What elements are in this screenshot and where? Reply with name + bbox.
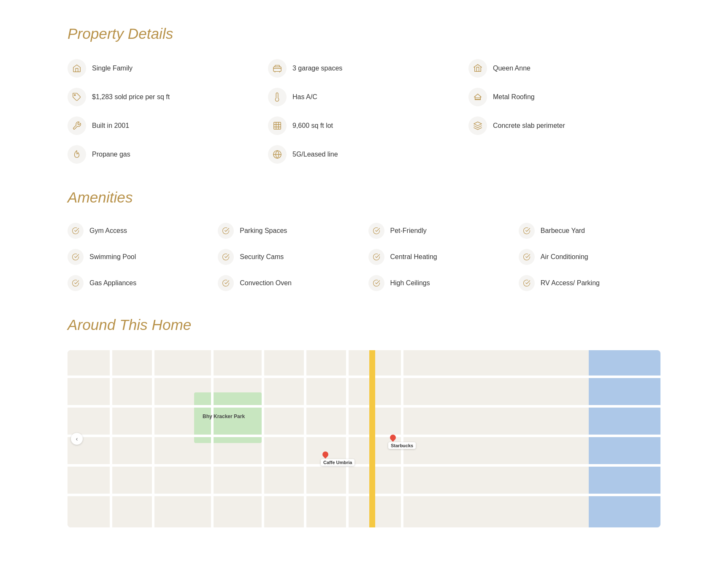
map-road-v3 [211, 350, 214, 527]
map-road-v1 [110, 350, 112, 527]
amenity-label-swimming-pool: Swimming Pool [89, 253, 136, 261]
detail-label-internet: 5G/Leased line [292, 151, 338, 158]
amenity-item-pet-friendly: Pet-Friendly [368, 223, 510, 239]
detail-label-metal-roofing: Metal Roofing [493, 93, 535, 101]
tag-icon [68, 88, 86, 106]
flame-icon [68, 145, 86, 164]
roof-icon [468, 88, 487, 106]
amenity-label-security-cams: Security Cams [240, 253, 284, 261]
amenity-item-high-ceilings: High Ceilings [368, 275, 510, 291]
amenity-label-gym-access: Gym Access [89, 227, 127, 235]
svg-rect-2 [274, 122, 281, 130]
map-label-park: Bhy Kracker Park [203, 413, 245, 419]
map-poi-starbucks: Starbucks [388, 435, 396, 440]
home-style-icon [468, 59, 487, 78]
detail-item-sold-price: $1,283 sold price per sq ft [68, 88, 260, 106]
building-icon [268, 116, 287, 135]
check-circle-icon [68, 223, 84, 239]
map-pin-caffe-umbria [321, 450, 330, 459]
detail-label-sold-price: $1,283 sold price per sq ft [92, 93, 170, 101]
amenity-item-barbecue-yard: Barbecue Yard [519, 223, 660, 239]
check-circle-icon [368, 249, 384, 265]
check-circle-icon [519, 249, 535, 265]
svg-point-1 [74, 95, 76, 96]
map-road-v4 [262, 350, 264, 527]
amenity-label-air-conditioning: Air Conditioning [541, 253, 588, 261]
check-circle-icon [218, 249, 234, 265]
amenity-label-convection-oven: Convection Oven [240, 279, 292, 287]
map-poi-caffe-umbria: Caffe Umbria [321, 451, 328, 457]
amenities-title: Amenities [68, 189, 660, 206]
detail-label-ac: Has A/C [292, 93, 317, 101]
thermometer-icon [268, 88, 287, 106]
amenity-label-gas-appliances: Gas Appliances [89, 279, 136, 287]
amenity-item-gas-appliances: Gas Appliances [68, 275, 209, 291]
property-details-title: Property Details [68, 25, 660, 42]
amenity-label-pet-friendly: Pet-Friendly [390, 227, 427, 235]
detail-item-internet: 5G/Leased line [268, 145, 460, 164]
globe-icon [268, 145, 287, 164]
check-circle-icon [68, 249, 84, 265]
amenity-item-swimming-pool: Swimming Pool [68, 249, 209, 265]
map-road-h4 [68, 464, 660, 467]
amenity-label-high-ceilings: High Ceilings [390, 279, 430, 287]
detail-label-lot-size: 9,600 sq ft lot [292, 122, 333, 130]
svg-marker-3 [474, 122, 482, 126]
around-home-section: Around This Home Bhy Kr [68, 316, 660, 527]
detail-item-single-family: Single Family [68, 59, 260, 78]
map-road-h1 [68, 376, 660, 378]
detail-label-garage: 3 garage spaces [292, 65, 342, 72]
car-icon [268, 59, 287, 78]
check-circle-icon [218, 275, 234, 291]
amenity-item-convection-oven: Convection Oven [218, 275, 360, 291]
detail-item-queen-anne: Queen Anne [468, 59, 660, 78]
amenity-label-parking-spaces: Parking Spaces [240, 227, 287, 235]
amenity-label-rv-access: RV Access/ Parking [541, 279, 600, 287]
detail-label-built-year: Built in 2001 [92, 122, 129, 130]
detail-label-propane: Propane gas [92, 151, 130, 158]
amenity-item-rv-access: RV Access/ Parking [519, 275, 660, 291]
map-road-v2 [152, 350, 154, 527]
check-circle-icon [519, 275, 535, 291]
check-circle-icon [218, 223, 234, 239]
map-road-main-vertical [369, 350, 375, 527]
home-icon [68, 59, 86, 78]
map-background: Bhy Kracker Park Caffe Umbria Starbucks … [68, 350, 660, 527]
detail-label-single-family: Single Family [92, 65, 133, 72]
map-road-v5 [304, 350, 306, 527]
map-road-v7 [401, 350, 403, 527]
detail-label-queen-anne: Queen Anne [493, 65, 530, 72]
amenity-label-barbecue-yard: Barbecue Yard [541, 227, 585, 235]
map-label-starbucks: Starbucks [388, 442, 416, 449]
wrench-icon [68, 116, 86, 135]
around-home-title: Around This Home [68, 316, 660, 333]
detail-item-garage: 3 garage spaces [268, 59, 460, 78]
amenity-item-security-cams: Security Cams [218, 249, 360, 265]
check-circle-icon [368, 275, 384, 291]
amenity-item-gym-access: Gym Access [68, 223, 209, 239]
check-circle-icon [68, 275, 84, 291]
map-nav-left-arrow[interactable]: ‹ [71, 433, 83, 445]
check-circle-icon [368, 223, 384, 239]
detail-item-propane: Propane gas [68, 145, 260, 164]
property-details-section: Property Details Single Family 3 garage … [68, 25, 660, 164]
map-pin-starbucks [389, 433, 397, 442]
amenities-grid: Gym Access Parking Spaces Pet-Friendly B… [68, 223, 660, 291]
detail-item-metal-roofing: Metal Roofing [468, 88, 660, 106]
map-road-h2 [68, 405, 660, 408]
map-road-v6 [346, 350, 349, 527]
check-circle-icon [519, 223, 535, 239]
map-label-caffe-umbria: Caffe Umbria [321, 459, 355, 466]
detail-item-lot-size: 9,600 sq ft lot [268, 116, 460, 135]
map-road-h3 [68, 435, 660, 437]
map-road-h5 [68, 494, 660, 496]
property-details-grid: Single Family 3 garage spaces Queen Anne… [68, 59, 660, 164]
amenities-section: Amenities Gym Access Parking Spaces Pet-… [68, 189, 660, 291]
amenity-item-parking-spaces: Parking Spaces [218, 223, 360, 239]
layers-icon [468, 116, 487, 135]
detail-label-concrete-slab: Concrete slab perimeter [493, 122, 565, 130]
detail-item-concrete-slab: Concrete slab perimeter [468, 116, 660, 135]
svg-rect-0 [273, 67, 281, 71]
detail-item-built-year: Built in 2001 [68, 116, 260, 135]
map-container[interactable]: Bhy Kracker Park Caffe Umbria Starbucks … [68, 350, 660, 527]
